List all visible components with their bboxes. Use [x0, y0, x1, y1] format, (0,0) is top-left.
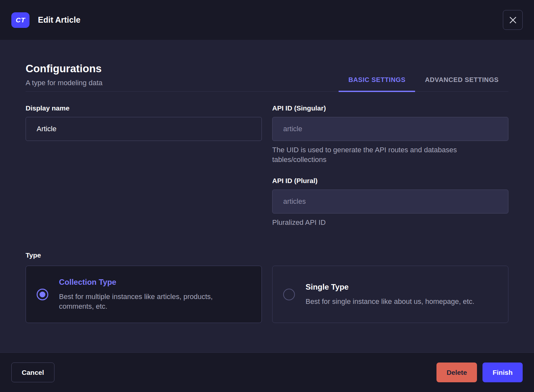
display-name-label: Display name: [26, 104, 262, 112]
type-section: Type Collection Type Best for multiple i…: [26, 251, 508, 323]
collection-type-title: Collection Type: [59, 278, 251, 287]
api-id-plural-input: [272, 190, 508, 213]
api-id-plural-hint: Pluralized API ID: [272, 218, 476, 227]
page-subtitle: A type for modeling data: [26, 79, 102, 87]
modal-title: Edit Article: [38, 15, 80, 25]
radio-single-type[interactable]: [283, 289, 295, 300]
api-id-singular-hint: The UID is used to generate the API rout…: [272, 145, 476, 165]
close-button[interactable]: [503, 10, 523, 30]
api-id-column: API ID (Singular) The UID is used to gen…: [272, 104, 508, 240]
edit-content-type-modal: CT Edit Article Configurations A type fo…: [0, 0, 534, 392]
api-id-plural-label: API ID (Plural): [272, 177, 508, 185]
tab-basic-settings[interactable]: BASIC SETTINGS: [339, 70, 415, 92]
section-head: Configurations A type for modeling data …: [26, 63, 508, 92]
type-option-collection[interactable]: Collection Type Best for multiple instan…: [26, 266, 262, 323]
display-name-input[interactable]: [26, 117, 262, 141]
delete-button[interactable]: Delete: [436, 363, 477, 382]
page-title: Configurations: [26, 63, 102, 75]
modal-footer: Cancel Delete Finish: [0, 352, 534, 392]
settings-tabs: BASIC SETTINGS ADVANCED SETTINGS: [339, 70, 508, 91]
tab-advanced-settings[interactable]: ADVANCED SETTINGS: [415, 70, 508, 92]
display-name-field-block: Display name: [26, 104, 262, 141]
modal-header: CT Edit Article: [0, 0, 534, 40]
single-type-description: Best for single instance like about us, …: [306, 297, 487, 306]
form-grid: Display name API ID (Singular) The UID i…: [26, 104, 508, 240]
close-icon: [509, 16, 517, 24]
finish-button[interactable]: Finish: [482, 363, 523, 382]
api-id-singular-input: [272, 117, 508, 141]
collection-type-description: Best for multiple instances like article…: [59, 292, 240, 311]
type-option-single[interactable]: Single Type Best for single instance lik…: [272, 266, 508, 323]
api-id-singular-label: API ID (Singular): [272, 104, 508, 112]
content-type-badge: CT: [11, 12, 29, 28]
modal-body: Configurations A type for modeling data …: [0, 40, 534, 352]
single-type-title: Single Type: [306, 282, 497, 292]
api-id-singular-block: API ID (Singular) The UID is used to gen…: [272, 104, 508, 165]
cancel-button[interactable]: Cancel: [11, 363, 54, 382]
api-id-plural-block: API ID (Plural) Pluralized API ID: [272, 177, 508, 227]
radio-collection-type[interactable]: [37, 289, 48, 300]
type-label: Type: [26, 251, 508, 259]
